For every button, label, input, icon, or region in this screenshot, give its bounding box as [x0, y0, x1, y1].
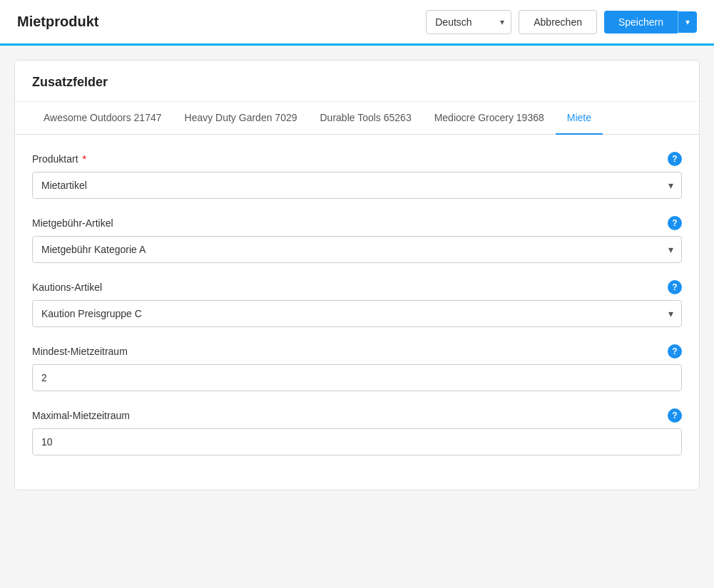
tab-mediocre-grocery[interactable]: Mediocre Grocery 19368	[423, 102, 556, 135]
kautions-label-row: Kautions-Artikel ?	[32, 280, 682, 294]
card-header: Zusatzfelder	[15, 61, 699, 102]
maximal-group: Maximal-Mietzeitraum ?	[32, 408, 682, 455]
kautions-help-icon[interactable]: ?	[668, 280, 682, 294]
language-select[interactable]: Deutsch English Français	[426, 10, 511, 34]
kautions-select[interactable]: Kaution Preisgruppe C Kaution Preisgrupp…	[32, 300, 682, 327]
mietgebuehr-help-icon[interactable]: ?	[668, 216, 682, 230]
page-title: Mietprodukt	[17, 14, 98, 30]
tabs-container: Awesome Outdoors 21747 Heavy Duty Garden…	[15, 102, 699, 135]
produktart-help-icon[interactable]: ?	[668, 152, 682, 166]
save-dropdown-button[interactable]: ▾	[678, 11, 697, 33]
kautions-select-wrapper: Kaution Preisgruppe C Kaution Preisgrupp…	[32, 300, 682, 327]
produktart-label-row: Produktart * ?	[32, 152, 682, 166]
mietgebuehr-label-row: Mietgebühr-Artikel ?	[32, 216, 682, 230]
produktart-label: Produktart *	[32, 153, 86, 165]
tab-miete[interactable]: Miete	[556, 102, 603, 135]
cancel-button[interactable]: Abbrechen	[519, 10, 597, 34]
language-selector-wrapper: Deutsch English Français ▾	[426, 10, 511, 34]
mindest-group: Mindest-Mietzeitraum ?	[32, 344, 682, 391]
tab-durable-tools[interactable]: Durable Tools 65263	[309, 102, 423, 135]
mietgebuehr-label: Mietgebühr-Artikel	[32, 217, 113, 229]
mietgebuehr-select[interactable]: Mietgebühr Kategorie A Mietgebühr Katego…	[32, 236, 682, 263]
maximal-help-icon[interactable]: ?	[668, 408, 682, 423]
mindest-input[interactable]	[32, 364, 682, 391]
card-title: Zusatzfelder	[32, 75, 108, 89]
mindest-label: Mindest-Mietzeitraum	[32, 346, 128, 357]
maximal-label-row: Maximal-Mietzeitraum ?	[32, 408, 682, 423]
mietgebuehr-group: Mietgebühr-Artikel ? Mietgebühr Kategori…	[32, 216, 682, 263]
tab-awesome-outdoors[interactable]: Awesome Outdoors 21747	[32, 102, 173, 135]
required-star: *	[80, 153, 86, 165]
top-bar-actions: Deutsch English Français ▾ Abbrechen Spe…	[426, 10, 697, 34]
kautions-label: Kautions-Artikel	[32, 282, 102, 293]
save-button[interactable]: Speichern	[604, 11, 678, 33]
main-content: Zusatzfelder Awesome Outdoors 21747 Heav…	[0, 46, 714, 505]
top-bar: Mietprodukt Deutsch English Français ▾ A…	[0, 0, 714, 46]
mindest-help-icon[interactable]: ?	[668, 344, 682, 359]
produktart-select-wrapper: Mietartikel Kaufartikel ▾	[32, 172, 682, 199]
mindest-label-row: Mindest-Mietzeitraum ?	[32, 344, 682, 359]
maximal-input[interactable]	[32, 428, 682, 455]
kautions-group: Kautions-Artikel ? Kaution Preisgruppe C…	[32, 280, 682, 327]
produktart-group: Produktart * ? Mietartikel Kaufartikel ▾	[32, 152, 682, 199]
card: Zusatzfelder Awesome Outdoors 21747 Heav…	[14, 60, 700, 490]
produktart-select[interactable]: Mietartikel Kaufartikel	[32, 172, 682, 199]
tab-heavy-duty-garden[interactable]: Heavy Duty Garden 7029	[173, 102, 309, 135]
save-button-group: Speichern ▾	[604, 11, 697, 33]
maximal-label: Maximal-Mietzeitraum	[32, 410, 130, 421]
mietgebuehr-select-wrapper: Mietgebühr Kategorie A Mietgebühr Katego…	[32, 236, 682, 263]
form-area: Produktart * ? Mietartikel Kaufartikel ▾…	[15, 135, 699, 490]
save-dropdown-chevron-icon: ▾	[685, 17, 690, 27]
